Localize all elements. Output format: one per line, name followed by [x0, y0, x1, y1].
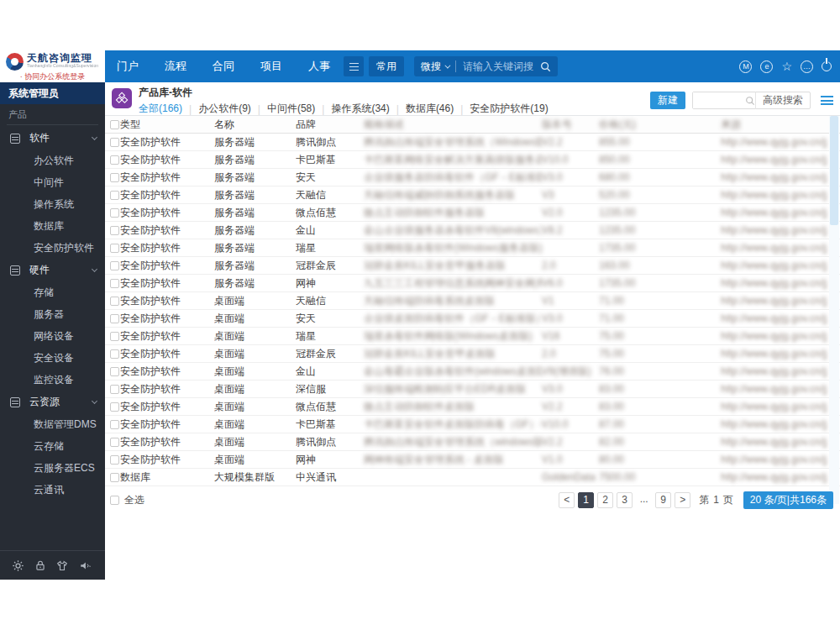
table-row[interactable]: 数据库大规模集群版中兴通讯GoldenData s…7500.00http://… [105, 469, 840, 486]
current-page-number[interactable]: 1 [713, 494, 719, 506]
table-row[interactable]: 安全防护软件桌面端深信服深信服终端检测响应平台EDR桌面版V3.083.00ht… [105, 381, 840, 398]
sidebar-item[interactable]: 云服务器ECS [0, 457, 105, 479]
table-row[interactable]: 安全防护软件服务器端冠群金辰冠群金辰KILL安全胄甲服务器版2.0163.00h… [105, 257, 840, 275]
row-checkbox[interactable] [110, 349, 119, 359]
row-checkbox[interactable] [110, 332, 119, 341]
table-row[interactable]: 安全防护软件桌面端冠群金辰冠群金辰KILL安全胄甲桌面版2.075.00http… [105, 345, 840, 363]
table-row[interactable]: 安全防护软件桌面端安天企业级桌面防病毒软件（GF－E标准版）升级V3.071.0… [105, 310, 840, 328]
nav-item[interactable]: 流程 [165, 59, 186, 74]
nav-item[interactable]: 合同 [213, 59, 234, 74]
table-scrollbar-thumb[interactable] [830, 116, 838, 225]
row-checkbox[interactable] [110, 402, 119, 412]
row-checkbox[interactable] [110, 385, 119, 394]
more-ellipsis-icon[interactable]: … [801, 60, 813, 73]
e-badge-icon[interactable]: e [760, 60, 773, 73]
row-checkbox[interactable] [110, 473, 119, 482]
oa-login-link[interactable]: · 协同办公系统登录 [0, 71, 105, 82]
power-logout-icon[interactable] [822, 61, 832, 71]
table-row[interactable]: 安全防护软件桌面端天融信天融信终端防病毒系统桌面版V171.00http://w… [105, 292, 840, 310]
sidebar-item[interactable]: 服务器 [0, 303, 105, 325]
tab[interactable]: 操作系统(34) [331, 102, 389, 116]
row-checkbox[interactable] [110, 314, 119, 323]
sound-speaker-icon[interactable] [79, 559, 93, 572]
table-scrollbar-track[interactable] [829, 116, 839, 504]
table-row[interactable]: 安全防护软件桌面端卡巴斯基卡巴斯基安全软件桌面版防病毒（GF）- KIS…V10… [105, 416, 840, 433]
table-row[interactable]: 安全防护软件服务器端瑞星瑞星网络版杀毒软件(Windows服务器版)1735.0… [105, 239, 840, 257]
next-page-button[interactable]: > [675, 492, 690, 508]
sidebar-item[interactable]: 数据库 [0, 215, 105, 237]
tab[interactable]: 全部(166) [139, 102, 182, 116]
table-row[interactable]: 安全防护软件桌面端网神网神终端安全管理系统 - 桌面版V1.080.00http… [105, 451, 840, 469]
settings-gear-icon[interactable] [12, 559, 24, 572]
search-icon[interactable] [745, 96, 755, 106]
apps-menu-button[interactable] [344, 56, 364, 76]
sidebar-item[interactable]: 监控设备 [0, 369, 105, 391]
row-checkbox[interactable] [110, 455, 119, 465]
page-number-button[interactable]: 3 [617, 492, 633, 508]
sidebar-item[interactable]: 中间件 [0, 171, 105, 193]
sidebar-item[interactable]: 数据管理DMS [0, 413, 105, 435]
sidebar-item[interactable]: 云存储 [0, 435, 105, 457]
row-checkbox[interactable] [110, 138, 119, 147]
page-number-button[interactable]: 2 [597, 492, 613, 508]
table-search-input[interactable] [693, 92, 745, 108]
table-row[interactable]: 安全防护软件桌面端微点佰慧微点主动防御软件桌面版V2.283.00http://… [105, 398, 840, 416]
table-row[interactable]: 安全防护软件桌面端腾讯御点腾讯御点终端安全管理系统（windows版）/ V2.… [105, 433, 840, 451]
tab[interactable]: 安全防护软件(19) [470, 102, 548, 116]
page-size-info-badge[interactable]: 20 条/页|共166条 [743, 491, 833, 509]
row-checkbox[interactable] [110, 208, 119, 218]
row-checkbox[interactable] [110, 367, 119, 376]
row-checkbox[interactable] [110, 191, 119, 200]
row-checkbox[interactable] [110, 297, 119, 306]
page-number-button[interactable]: 9 [655, 492, 671, 508]
sidebar-group-header[interactable]: 软件 [0, 127, 105, 150]
global-search-input[interactable] [463, 60, 540, 72]
lock-icon[interactable] [34, 559, 46, 572]
row-checkbox[interactable] [110, 261, 119, 270]
sidebar-item[interactable]: 办公软件 [0, 150, 105, 171]
row-checkbox[interactable] [110, 155, 119, 165]
sidebar-item[interactable]: 操作系统 [0, 193, 105, 215]
sidebar-group-header[interactable]: 云资源 [0, 391, 105, 413]
row-checkbox[interactable] [110, 438, 119, 447]
list-view-icon[interactable] [821, 96, 833, 105]
table-row[interactable]: 安全防护软件服务器端腾讯御点腾讯御点终端安全管理系统（Windows版）V2.2… [105, 134, 840, 151]
theme-shirt-icon[interactable] [55, 559, 69, 572]
m-badge-icon[interactable]: M [739, 60, 752, 73]
sidebar-role-header[interactable]: 系统管理员 [0, 82, 105, 104]
page-number-button[interactable]: 1 [578, 492, 594, 508]
sidebar-group-header[interactable]: 硬件 [0, 259, 105, 281]
row-checkbox[interactable] [110, 420, 119, 429]
sidebar-item[interactable]: 存储 [0, 281, 105, 303]
sidebar-item[interactable]: 网络设备 [0, 325, 105, 347]
table-row[interactable]: 安全防护软件桌面端金山金山毒霸企业版杀毒软件(windows桌面版)V9(增强版… [105, 363, 840, 381]
table-row[interactable]: 安全防护软件服务器端天融信天融信终端威胁防御系统服务器版V3520.00http… [105, 186, 840, 204]
nav-item[interactable]: 人事 [308, 59, 330, 74]
prev-page-button[interactable]: < [559, 492, 575, 508]
sidebar-item[interactable]: 安全设备 [0, 347, 105, 369]
row-checkbox[interactable] [110, 279, 119, 288]
row-checkbox[interactable] [110, 226, 119, 235]
search-icon[interactable] [540, 61, 551, 72]
table-row[interactable]: 安全防护软件服务器端网神九五三三工程管理信息系统网神安全网关V6.01735.0… [105, 275, 840, 292]
sidebar-item[interactable]: 安全防护软件 [0, 237, 105, 259]
table-row[interactable]: 安全防护软件服务器端安天企业级服务器防病毒软件（GF－E标准版）升级V3.068… [105, 169, 840, 186]
nav-item-pinned[interactable]: 常用 [369, 56, 404, 76]
advanced-search-button[interactable]: 高级搜索 [755, 92, 810, 109]
table-row[interactable]: 安全防护软件服务器端金山金山企业级服务器杀毒软件V8(windows系统版)V8… [105, 222, 840, 239]
search-engine-selector[interactable]: 微搜 [421, 60, 449, 74]
select-all-footer-checkbox[interactable] [110, 496, 119, 505]
tab[interactable]: 中间件(58) [267, 102, 315, 116]
select-all-checkbox[interactable] [110, 120, 119, 129]
favorites-star-icon[interactable]: ☆ [781, 60, 792, 73]
table-row[interactable]: 安全防护软件桌面端瑞星瑞星杀毒软件网络版(Windows桌面版)V1675.00… [105, 328, 840, 345]
nav-item[interactable]: 项目 [260, 59, 282, 74]
row-checkbox[interactable] [110, 244, 119, 253]
table-row[interactable]: 安全防护软件服务器端卡巴斯基卡巴斯基网络安全解决方案高级版服务器端…V10.08… [105, 151, 840, 169]
nav-item[interactable]: 门户 [117, 59, 139, 74]
tab[interactable]: 办公软件(9) [198, 102, 251, 116]
sidebar-item[interactable]: 云通讯 [0, 479, 105, 501]
row-checkbox[interactable] [110, 173, 119, 182]
create-new-button[interactable]: 新建 [650, 92, 685, 109]
tab[interactable]: 数据库(46) [406, 102, 454, 116]
